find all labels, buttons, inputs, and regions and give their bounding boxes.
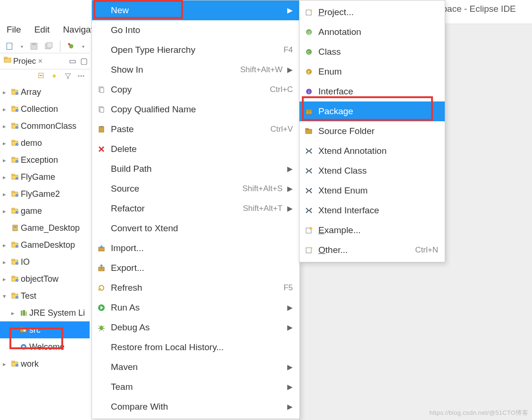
tree-item-test[interactable]: ▾JTest — [0, 287, 90, 304]
toolbar-divider — [60, 41, 60, 52]
ctx-run-as[interactable]: Run As▶ — [92, 298, 299, 318]
save-all-icon[interactable] — [45, 42, 53, 50]
expand-arrow-icon[interactable]: ▸ — [3, 140, 9, 147]
tree-item-game[interactable]: ▸Jgame — [0, 202, 90, 219]
ctx-copy[interactable]: CopyCtrl+C — [92, 80, 299, 100]
new-class[interactable]: CClass — [299, 42, 445, 62]
expand-arrow-icon[interactable]: ▸ — [3, 123, 9, 130]
menu-item-label: Open Type Hierarchy — [111, 45, 279, 55]
tree-item-label: src — [29, 325, 41, 335]
expand-arrow-icon[interactable]: ▸ — [3, 89, 9, 96]
new-xtend-annotation[interactable]: Xtend Annotation — [299, 141, 445, 161]
collapse-all-icon[interactable] — [38, 72, 45, 80]
expand-arrow-icon[interactable]: ▸ — [3, 157, 9, 164]
ctx-go-into[interactable]: Go Into — [92, 20, 299, 40]
tree-item-flygame[interactable]: ▸JFlyGame — [0, 168, 90, 185]
project-icon: J — [10, 207, 20, 215]
tree-item-io[interactable]: ▸JIO — [0, 253, 90, 270]
class-icon: C — [304, 48, 314, 56]
dropdown-caret-icon[interactable]: ▾ — [82, 44, 84, 49]
svg-rect-30 — [12, 157, 15, 159]
tree-item-work[interactable]: ▸Jwork — [0, 355, 90, 372]
new-other-[interactable]: Other...Ctrl+N — [299, 240, 445, 260]
new-xtend-class[interactable]: Xtend Class — [299, 161, 445, 181]
debug-icon[interactable] — [67, 42, 75, 50]
ctx-convert-to-xtend[interactable]: Convert to Xtend — [92, 218, 299, 238]
menu-edit[interactable]: Edit — [33, 24, 52, 36]
svg-rect-8 — [4, 57, 7, 59]
menu-item-label: Copy — [111, 84, 265, 95]
ctx-open-type-hierarchy[interactable]: Open Type HierarchyF4 — [92, 40, 299, 60]
new-annotation[interactable]: @Annotation — [299, 22, 445, 42]
expand-arrow-icon[interactable]: ▸ — [3, 259, 9, 266]
tree-item-commonclass[interactable]: ▸JCommonClass — [0, 118, 90, 134]
ctx-import-[interactable]: Import... — [92, 238, 299, 258]
ctx-copy-qualified-name[interactable]: Copy Qualified Name — [92, 100, 299, 119]
expand-arrow-icon[interactable]: ▸ — [11, 310, 18, 317]
shortcut-label: Shift+Alt+W — [240, 65, 283, 75]
ctx-delete[interactable]: Delete — [92, 139, 299, 159]
project-explorer: Projec ✕ ▭ ▢ ▸JArray▸JCollection▸JCommon… — [0, 53, 90, 412]
project-explorer-tab[interactable]: Projec ✕ ▭ ▢ — [0, 53, 90, 69]
new-xtend-interface[interactable]: Xtend Interface — [299, 201, 445, 220]
tree-item-exception[interactable]: ▸JException — [0, 151, 90, 168]
ctx-restore-from-local-history-[interactable]: Restore from Local History... — [92, 337, 299, 357]
link-editor-icon[interactable] — [51, 72, 58, 80]
ctx-paste[interactable]: PasteCtrl+V — [92, 119, 299, 139]
ctx-show-in[interactable]: Show InShift+Alt+W▶ — [92, 60, 299, 80]
shortcut-label: Ctrl+C — [270, 85, 293, 94]
new-enum[interactable]: EEnum — [299, 62, 445, 82]
expand-arrow-icon[interactable]: ▸ — [3, 208, 9, 215]
menu-item-label: Show In — [111, 65, 235, 75]
new-xtend-enum[interactable]: Xtend Enum — [299, 181, 445, 201]
view-menu-icon[interactable] — [77, 72, 85, 80]
tree-item-welcome[interactable]: Welcome — [0, 338, 90, 355]
ctx-refactor[interactable]: RefactorShift+Alt+T▶ — [92, 199, 299, 218]
tree-item-label: Test — [21, 291, 36, 301]
ctx-debug-as[interactable]: Debug As▶ — [92, 318, 299, 337]
svg-rect-60 — [12, 293, 15, 294]
tree-item-label: objectTow — [21, 274, 58, 284]
submenu-arrow-icon: ▶ — [287, 66, 293, 74]
new-package[interactable]: Package — [299, 101, 445, 121]
project-icon: J — [10, 173, 20, 181]
ctx-compare-with[interactable]: Compare With▶ — [92, 397, 299, 417]
minimize-view-icon[interactable]: ▭ — [67, 56, 78, 66]
expand-arrow-icon[interactable]: ▸ — [3, 191, 9, 198]
ctx-new[interactable]: New▶ — [92, 0, 299, 20]
tree-item-demo[interactable]: ▸Jdemo — [0, 134, 90, 151]
save-icon[interactable] — [30, 42, 38, 50]
new-interface[interactable]: IInterface — [299, 82, 445, 101]
ctx-export-[interactable]: Export... — [92, 258, 299, 278]
tree-item-flygame2[interactable]: ▸JFlyGame2 — [0, 185, 90, 202]
expand-arrow-icon[interactable]: ▸ — [3, 361, 9, 368]
ctx-source[interactable]: SourceShift+Alt+S▶ — [92, 179, 299, 199]
tree-item-array[interactable]: ▸JArray — [0, 84, 90, 101]
tree-item-objecttow[interactable]: ▸JobjectTow — [0, 270, 90, 287]
new-example-[interactable]: Example... — [299, 220, 445, 240]
new-project-[interactable]: Project... — [299, 2, 445, 22]
tree-item-gamedesktop[interactable]: ▸JGameDesktop — [0, 236, 90, 253]
filter-icon[interactable] — [64, 72, 72, 80]
pin-icon: ✕ — [38, 58, 43, 65]
new-source-folder[interactable]: Source Folder — [299, 121, 445, 141]
expand-arrow-icon[interactable]: ▸ — [3, 106, 9, 113]
menu-file[interactable]: File — [5, 24, 23, 36]
ctx-maven[interactable]: Maven▶ — [92, 357, 299, 377]
expand-arrow-icon[interactable]: ▾ — [3, 293, 9, 300]
ctx-build-path[interactable]: Build Path▶ — [92, 159, 299, 179]
tree-item-label: Exception — [21, 155, 58, 165]
expand-arrow-icon[interactable]: ▸ — [3, 242, 9, 249]
maximize-view-icon[interactable]: ▢ — [78, 56, 90, 66]
ctx-refresh[interactable]: RefreshF5 — [92, 278, 299, 298]
ctx-team[interactable]: Team▶ — [92, 377, 299, 397]
new-wizard-icon[interactable] — [6, 42, 14, 50]
dropdown-caret-icon[interactable]: ▾ — [21, 44, 23, 49]
expand-arrow-icon[interactable]: ▸ — [3, 174, 9, 181]
tree-item-game_desktop[interactable]: Game_Desktop — [0, 219, 90, 236]
window-title: space - Eclipse IDE — [438, 4, 532, 14]
tree-item-collection[interactable]: ▸JCollection — [0, 101, 90, 118]
tree-item-jre-system-li[interactable]: ▸JRE System Li — [0, 304, 90, 321]
expand-arrow-icon[interactable]: ▸ — [3, 276, 9, 283]
tree-item-src[interactable]: src — [0, 321, 90, 338]
